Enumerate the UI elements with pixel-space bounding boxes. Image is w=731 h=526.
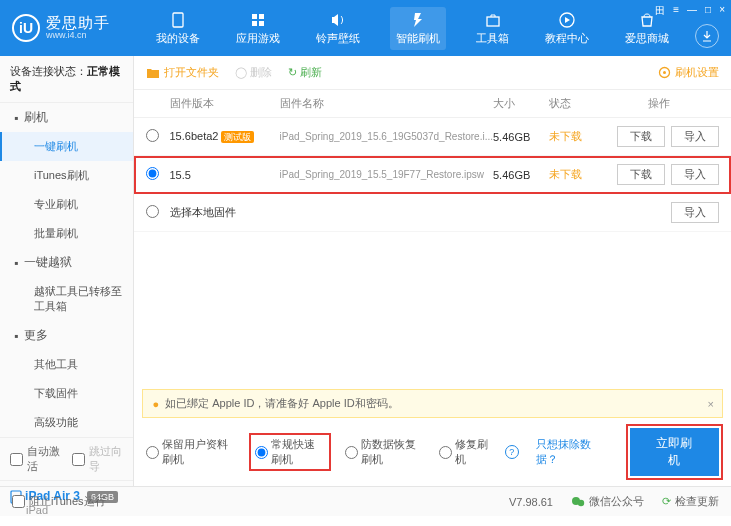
import-button[interactable]: 导入 — [671, 126, 719, 147]
flash-settings-button[interactable]: 刷机设置 — [658, 65, 719, 80]
tutorial-icon — [558, 11, 576, 29]
opt-normal-flash[interactable]: 常规快速刷机 — [249, 433, 331, 471]
firmware-row[interactable]: 15.6beta2测试版iPad_Spring_2019_15.6_19G503… — [134, 118, 732, 156]
win-control[interactable]: — — [687, 4, 697, 18]
sidebar-item[interactable]: 高级功能 — [0, 408, 133, 437]
logo-icon: iU — [12, 14, 40, 42]
svg-rect-1 — [252, 14, 257, 19]
nav-toolbox[interactable]: 工具箱 — [470, 7, 515, 50]
app-url: www.i4.cn — [46, 31, 110, 41]
auto-activate-checkbox[interactable] — [10, 453, 23, 466]
warning-icon: ● — [153, 398, 160, 410]
local-firmware-row: 选择本地固件 导入 — [134, 194, 732, 232]
help-icon[interactable] — [505, 445, 522, 459]
opt-anti-recovery[interactable]: 防数据恢复刷机 — [345, 437, 425, 467]
toolbar: 打开文件夹 ◯ 删除 ↻ 刷新 刷机设置 — [134, 56, 732, 90]
appleid-warning: ● 如已绑定 Apple ID，请准备好 Apple ID和密码。 × — [142, 389, 724, 418]
sidebar-item[interactable]: 越狱工具已转移至工具箱 — [0, 277, 133, 321]
sidebar-section-head[interactable]: ▪更多 — [0, 321, 133, 350]
firmware-row[interactable]: 15.5iPad_Spring_2019_15.5_19F77_Restore.… — [134, 156, 732, 194]
win-control[interactable]: □ — [705, 4, 711, 18]
ringtone-icon — [329, 11, 347, 29]
toolbox-icon — [484, 11, 502, 29]
block-itunes-checkbox[interactable]: 阻止iTunes运行 — [12, 494, 106, 509]
win-control[interactable]: × — [719, 4, 725, 18]
sidebar-section-head[interactable]: ▪刷机 — [0, 103, 133, 132]
skip-guide-label: 跳过向导 — [89, 444, 123, 474]
section-icon: ▪ — [14, 329, 18, 343]
svg-rect-3 — [252, 21, 257, 26]
local-fw-radio[interactable] — [146, 205, 159, 218]
fw-radio[interactable] — [146, 167, 159, 180]
svg-rect-2 — [259, 14, 264, 19]
svg-point-12 — [578, 499, 584, 505]
table-header: 固件版本 固件名称 大小 状态 操作 — [134, 90, 732, 118]
refresh-button[interactable]: ↻ 刷新 — [288, 65, 322, 80]
sidebar-item[interactable]: 批量刷机 — [0, 219, 133, 248]
download-manager-button[interactable] — [695, 24, 719, 48]
svg-rect-4 — [259, 21, 264, 26]
auto-activate-label: 自动激活 — [27, 444, 61, 474]
sidebar-item[interactable]: 其他工具 — [0, 350, 133, 379]
opt-keep-data[interactable]: 保留用户资料刷机 — [146, 437, 235, 467]
titlebar: iU 爱思助手 www.i4.cn 我的设备应用游戏铃声壁纸智能刷机工具箱教程中… — [0, 0, 731, 56]
store-icon — [638, 11, 656, 29]
main-nav: 我的设备应用游戏铃声壁纸智能刷机工具箱教程中心爱思商城 — [150, 7, 675, 50]
sidebar: 设备连接状态：正常模式 ▪刷机一键刷机iTunes刷机专业刷机批量刷机▪一键越狱… — [0, 56, 134, 486]
version-label: V7.98.61 — [509, 496, 553, 508]
win-control[interactable]: 田 — [655, 4, 665, 18]
fw-radio[interactable] — [146, 129, 159, 142]
app-logo: iU 爱思助手 www.i4.cn — [12, 14, 110, 42]
window-controls: 田≡—□× — [655, 4, 725, 18]
import-button[interactable]: 导入 — [671, 202, 719, 223]
sidebar-section-head[interactable]: ▪一键越狱 — [0, 248, 133, 277]
svg-rect-5 — [487, 17, 499, 26]
connection-status: 设备连接状态：正常模式 — [0, 56, 133, 103]
section-icon: ▪ — [14, 256, 18, 270]
svg-point-10 — [663, 71, 666, 74]
flash-options: 保留用户资料刷机 常规快速刷机 防数据恢复刷机 修复刷机 只想抹除数据？ 立即刷… — [134, 418, 732, 486]
nav-device[interactable]: 我的设备 — [150, 7, 206, 50]
section-icon: ▪ — [14, 111, 18, 125]
skip-guide-checkbox[interactable] — [72, 453, 85, 466]
nav-ringtone[interactable]: 铃声壁纸 — [310, 7, 366, 50]
erase-only-link[interactable]: 只想抹除数据？ — [536, 437, 602, 467]
import-button[interactable]: 导入 — [671, 164, 719, 185]
apps-icon — [249, 11, 267, 29]
close-warning-button[interactable]: × — [708, 398, 714, 410]
sidebar-item[interactable]: 专业刷机 — [0, 190, 133, 219]
app-name: 爱思助手 — [46, 15, 110, 32]
sidebar-item[interactable]: 一键刷机 — [0, 132, 133, 161]
win-control[interactable]: ≡ — [673, 4, 679, 18]
check-update-link[interactable]: ⟳检查更新 — [662, 494, 719, 509]
nav-flash[interactable]: 智能刷机 — [390, 7, 446, 50]
sidebar-item[interactable]: iTunes刷机 — [0, 161, 133, 190]
nav-apps[interactable]: 应用游戏 — [230, 7, 286, 50]
device-icon — [169, 11, 187, 29]
flash-now-button[interactable]: 立即刷机 — [630, 428, 719, 476]
download-button[interactable]: 下载 — [617, 126, 665, 147]
wechat-link[interactable]: 微信公众号 — [571, 494, 644, 509]
sidebar-item[interactable]: 下载固件 — [0, 379, 133, 408]
download-button[interactable]: 下载 — [617, 164, 665, 185]
main-panel: 打开文件夹 ◯ 删除 ↻ 刷新 刷机设置 固件版本 固件名称 大小 状态 操作 … — [134, 56, 732, 486]
svg-rect-0 — [173, 13, 183, 27]
flash-icon — [409, 11, 427, 29]
open-folder-button[interactable]: 打开文件夹 — [146, 65, 219, 80]
nav-tutorial[interactable]: 教程中心 — [539, 7, 595, 50]
opt-repair-flash[interactable]: 修复刷机 — [439, 437, 491, 467]
delete-button[interactable]: ◯ 删除 — [235, 65, 272, 80]
